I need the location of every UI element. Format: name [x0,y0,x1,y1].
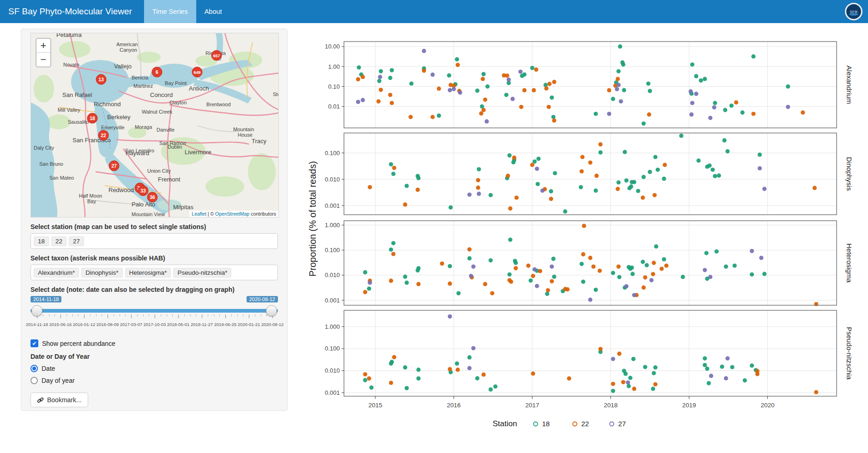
data-point-station-18 [641,121,645,126]
map-place-label: Antioch [189,85,209,92]
map-station-marker-657[interactable]: 657 [211,50,222,60]
slider-minor-tick [78,314,78,316]
osm-link[interactable]: OpenStreetMap [215,211,249,217]
slider-minor-tick [261,314,261,316]
map-place-label: Daly City [34,145,54,151]
y-tick-label: 10.00 [325,43,340,50]
map-station-marker-6[interactable]: 6 [152,67,162,77]
taxon-select-input[interactable]: Alexandrium*Dinophysis*Heterosigma*Pseud… [30,265,278,280]
data-point-station-27 [632,293,636,297]
data-point-station-18 [656,168,660,172]
sfb-logo-wave [849,13,858,16]
bookmark-button[interactable]: Bookmark... [30,393,88,407]
data-point-station-18 [447,73,451,78]
data-point-station-22 [422,68,426,72]
radio-day-of-year[interactable] [30,377,38,384]
y-tick-label: 0.001 [325,202,340,209]
data-point-station-18 [455,362,459,366]
data-point-station-22 [389,381,393,385]
station-select-input[interactable]: 182227 [30,233,278,249]
map-station-marker-27[interactable]: 27 [109,161,119,171]
slider-handle-from[interactable] [31,305,42,316]
data-point-station-22 [509,279,513,284]
y-tick-label: 0.010 [325,367,340,374]
station-map[interactable]: + − PetalumaNovatoAmericanCanyonVallejoB… [30,33,279,217]
map-place-label: Brentwood [206,102,231,107]
map-station-marker-22[interactable]: 22 [98,130,108,140]
data-point-station-18 [367,286,371,290]
data-point-station-22 [652,261,656,265]
data-point-station-18 [704,251,708,255]
map-station-marker-649[interactable]: 649 [192,67,202,77]
map-place-label: Petaluma [56,33,82,38]
facet-alexandrium: 10.001.000.100.01Alexandrium [325,42,853,128]
data-point-station-18 [457,291,461,295]
map-place-label: Canyon [120,47,137,53]
map-station-marker-33[interactable]: 33 [138,186,148,196]
leaflet-link[interactable]: Leaflet [192,211,206,217]
legend-marker-27[interactable] [610,422,614,426]
taxon-chip-heterosigma[interactable]: Heterosigma* [125,268,171,278]
map-canvas[interactable]: PetalumaNovatoAmericanCanyonVallejoBenic… [31,33,279,217]
data-point-station-22 [476,186,480,190]
data-point-station-18 [713,101,717,105]
data-point-station-18 [681,275,685,279]
radio-date[interactable] [30,365,38,372]
station-chip-18[interactable]: 18 [34,236,49,246]
data-point-station-18 [390,360,394,364]
data-point-station-22 [552,80,556,84]
map-place-label: Half Moon [79,193,102,199]
data-point-station-22 [611,382,615,386]
station-chip-22[interactable]: 22 [51,236,66,246]
slider-tick-label: 2015-06-16 [49,322,72,327]
data-point-station-18 [467,355,471,359]
data-point-station-22 [483,97,487,102]
data-point-station-18 [631,272,635,276]
data-point-station-22 [641,285,645,290]
data-point-station-22 [490,291,494,295]
data-point-station-18 [488,258,493,262]
data-point-station-18 [611,389,615,393]
slider-handle-to[interactable] [266,305,277,316]
data-point-station-27 [506,78,511,82]
tab-about[interactable]: About [196,0,230,23]
legend-title: Station [493,419,517,428]
slider-minor-tick [54,314,55,316]
tab-time-series[interactable]: Time Series [144,0,196,23]
data-point-station-18 [482,72,486,76]
facet-strip-label: Alexandrium [845,66,853,104]
data-point-station-18 [363,270,367,274]
data-point-station-18 [598,151,603,155]
data-point-station-22 [632,387,636,391]
data-point-station-18 [707,163,711,168]
map-station-marker-18[interactable]: 18 [87,113,97,123]
taxon-chip-dinophysis[interactable]: Dinophysis* [81,268,122,278]
taxon-chip-alexandrium[interactable]: Alexandrium* [34,268,79,278]
svg-text:33: 33 [140,188,146,193]
map-station-marker-36[interactable]: 36 [147,192,157,202]
data-point-station-27 [786,105,790,109]
data-point-station-22 [390,101,394,105]
map-station-marker-13[interactable]: 13 [96,74,106,85]
data-point-station-27 [708,116,712,120]
data-point-station-22 [579,169,584,173]
map-zoom-out-button[interactable]: − [36,53,50,66]
data-point-station-22 [430,115,434,119]
map-place-label: Richmond [94,101,121,108]
data-point-station-22 [367,376,371,381]
time-series-plot[interactable]: 10.001.000.100.01Alexandrium0.1000.0100.… [286,28,868,443]
taxon-chip-pseudo-nitzschia[interactable]: Pseudo-nitzschia* [173,268,231,278]
slider-major-tick [60,314,61,318]
station-chip-27[interactable]: 27 [69,236,84,246]
legend-marker-18[interactable] [534,422,538,426]
svg-text:13: 13 [98,77,104,82]
plot-canvas[interactable]: 10.001.000.100.01Alexandrium0.1000.0100.… [286,28,868,443]
data-point-station-22 [476,178,480,182]
slider-track[interactable] [30,309,278,313]
data-point-station-18 [729,103,734,108]
data-point-station-22 [617,351,621,356]
map-zoom-in-button[interactable]: + [36,39,50,53]
legend-marker-22[interactable] [573,422,577,426]
percent-abundance-checkbox[interactable]: ✔ [30,339,38,347]
data-point-station-22 [388,93,392,97]
